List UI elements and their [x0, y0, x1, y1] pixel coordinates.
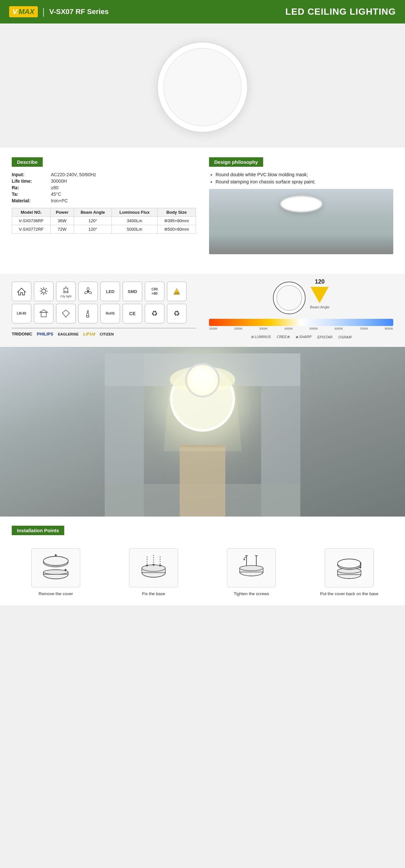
heat-icon	[83, 309, 93, 318]
icon-led: LED	[100, 282, 120, 301]
temp-4000: 4000K	[284, 327, 293, 330]
describe-label: Describe	[12, 157, 43, 167]
brand-sharp: ◈ SHARP	[296, 335, 311, 339]
header-left: V.MAX | V-SX07 RF Series	[9, 6, 109, 17]
icon-recycle2: ♻	[167, 304, 187, 323]
brand-citizen: CITIZEN	[100, 332, 114, 336]
svg-marker-23	[62, 310, 69, 317]
smd-text: SMD	[128, 289, 137, 294]
spec-ta: Ta: 45°C	[12, 191, 196, 197]
icon-beam-small: 120	[167, 282, 187, 301]
install-step-2: Fix the base	[109, 548, 198, 596]
fix-base-icon	[137, 553, 170, 583]
recycle-sym: ♻	[151, 310, 158, 317]
installation-grid: Remove the cover Fi	[12, 548, 393, 596]
beam-angle-number: 120	[315, 278, 325, 285]
partner-brands: ⊛ LUMINUS CREE⊕ ◈ SHARP EPISTAR OSRAM	[251, 335, 351, 339]
color-temp-labels: 1500K 2000K 3000K 4000K 5000K 6000K 7000…	[209, 327, 393, 330]
citylight-icon	[61, 285, 70, 294]
spec-val-ta: 45°C	[51, 191, 61, 197]
design-label: Design philosophy	[209, 157, 263, 167]
describe-design-row: Describe Input: AC220-240V, 50/60Hz Life…	[12, 157, 393, 254]
brand-tridonic: TRIDONIC	[12, 332, 32, 336]
install-icon-tighten	[227, 548, 276, 587]
brand-lifud: LiFUd	[83, 332, 95, 336]
spec-key-input: Input:	[12, 172, 51, 177]
temp-2000: 2000K	[234, 327, 243, 330]
temp-6000: 6000K	[335, 327, 343, 330]
install-label-2: Fix the base	[142, 591, 165, 596]
spec-key-ra: Ra:	[12, 185, 51, 190]
citylight-label: City light	[60, 294, 72, 298]
svg-point-18	[84, 291, 88, 294]
design-photo	[209, 189, 393, 254]
header-series: V-SX07 RF Series	[49, 7, 109, 16]
icon-heat	[78, 304, 98, 323]
installation-section: Installation Points	[0, 517, 405, 605]
diamond-icon	[61, 309, 70, 318]
size-2: Φ500×80mm	[157, 225, 196, 234]
icon-citylight: City light	[56, 282, 76, 301]
install-icon-cover	[325, 548, 374, 587]
product-image-area	[0, 24, 405, 148]
icon-diamond	[56, 304, 76, 323]
install-icon-remove	[31, 548, 80, 587]
beam-angle-label: Beam Angle	[310, 305, 329, 309]
svg-point-65	[337, 559, 361, 568]
color-temp-bar	[209, 319, 393, 326]
remove-cover-icon	[39, 553, 72, 583]
icons-section: City light LED SMD CRI>80	[0, 274, 405, 347]
home2-icon	[39, 309, 48, 318]
svg-rect-10	[64, 288, 68, 291]
temp-7000: 7000K	[360, 327, 368, 330]
col-size: Body Size	[157, 208, 196, 217]
spec-input: Input: AC220-240V, 50/60Hz	[12, 172, 196, 177]
temp-8000: 8000K	[385, 327, 393, 330]
temp-1500: 1500K	[209, 327, 217, 330]
brand-epistar: EPISTAR	[317, 335, 332, 339]
icon-smd: SMD	[123, 282, 142, 301]
brand-eaglerise: EAGLERISE	[58, 332, 78, 336]
icon-home2	[34, 304, 54, 323]
header: V.MAX | V-SX07 RF Series LED CEILING LIG…	[0, 0, 405, 24]
spec-lifetime: Life time: 30000H	[12, 179, 196, 184]
temp-3000: 3000K	[259, 327, 268, 330]
icon-grid: City light LED SMD CRI>80	[12, 282, 196, 323]
lm80-text: LM-80	[17, 312, 26, 315]
led-text: LED	[106, 289, 114, 294]
spec-ra: Ra: ≥80	[12, 185, 196, 190]
model-1: V-SX0736RF	[12, 217, 50, 225]
col-model: Model NO.	[12, 208, 50, 217]
main-content: Describe Input: AC220-240V, 50/60Hz Life…	[0, 148, 405, 274]
beam-diagram: 120 Beam Angle	[273, 282, 329, 314]
svg-point-41	[43, 570, 68, 574]
product-circle-inner	[163, 48, 242, 126]
color-temp-section: 1500K 2000K 3000K 4000K 5000K 6000K 7000…	[209, 319, 393, 330]
power-2: 72W	[50, 225, 74, 234]
svg-marker-22	[40, 310, 47, 312]
icon-rohs: RoHS	[100, 304, 120, 323]
spec-key-ta: Ta:	[12, 191, 51, 197]
svg-point-16	[87, 287, 89, 291]
svg-line-6	[41, 288, 42, 289]
brand-cree: CREE⊕	[277, 335, 290, 339]
beam-small-icon: 120	[172, 287, 181, 296]
install-icon-fix	[129, 548, 178, 587]
install-label-4: Put the cover back on the base	[320, 591, 378, 596]
spec-val-material: Iron+PC	[51, 198, 68, 203]
spec-val-ra: ≥80	[51, 185, 58, 190]
spec-material: Material: Iron+PC	[12, 198, 196, 203]
spec-val-lifetime: 30000H	[51, 179, 67, 184]
design-bullet-1: Round double white PVC blow molding mask…	[215, 172, 393, 177]
icon-recycle: ♻	[145, 304, 164, 323]
brand-osram: OSRAM	[338, 335, 351, 339]
tighten-screws-icon	[235, 553, 268, 583]
temp-5000: 5000K	[309, 327, 318, 330]
svg-point-24	[87, 316, 89, 317]
spec-val-input: AC220-240V, 50/60Hz	[51, 172, 96, 177]
brand-row: TRIDONIC PHILIPS EAGLERISE LiFUd CITIZEN	[12, 328, 196, 336]
install-step-3: Tighten the screws	[207, 548, 296, 596]
product-image	[157, 41, 248, 133]
table-row: V-SX0772RF 72W 120° 5000Lm Φ500×80mm	[12, 225, 196, 234]
col-beam: Beam Angle	[74, 208, 112, 217]
